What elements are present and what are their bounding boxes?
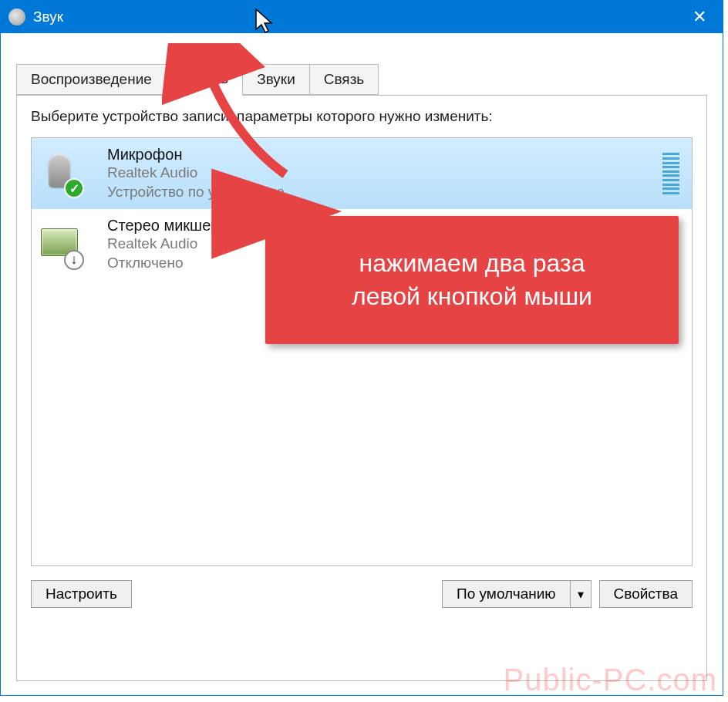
instruction-text: Выберите устройство записи, параметры ко… xyxy=(31,108,693,125)
device-icon-wrap: ✓ xyxy=(41,152,90,195)
tab-recording[interactable]: Запись xyxy=(166,63,243,96)
set-default-button[interactable]: По умолчанию xyxy=(442,580,570,608)
dialog-button-row: OK Отмена Применить xyxy=(1,695,723,702)
speaker-icon xyxy=(8,8,25,25)
set-default-dropdown[interactable]: ▾ xyxy=(570,580,592,608)
callout-line-1: нажимаем два раза xyxy=(293,247,651,280)
tab-sounds[interactable]: Звуки xyxy=(242,64,310,95)
tab-playback[interactable]: Воспроизведение xyxy=(16,64,167,95)
configure-button[interactable]: Настроить xyxy=(31,580,132,608)
level-meter xyxy=(662,151,679,196)
chevron-down-icon: ▾ xyxy=(578,587,584,602)
window-title: Звук xyxy=(33,8,63,25)
dialog-content: Воспроизведение Запись Звуки Связь Выбер… xyxy=(1,33,723,695)
device-row-microphone[interactable]: ✓ Микрофон Realtek Audio Устройство по у… xyxy=(32,138,692,209)
device-icon-wrap xyxy=(41,224,90,267)
tab-communications[interactable]: Связь xyxy=(309,64,379,95)
titlebar[interactable]: Звук ✕ xyxy=(1,1,723,33)
sound-dialog-window: Звук ✕ Воспроизведение Запись Звуки Связ… xyxy=(0,0,723,696)
panel-button-row: Настроить По умолчанию ▾ Свойства xyxy=(31,580,693,608)
close-icon: ✕ xyxy=(693,7,706,27)
device-list[interactable]: ✓ Микрофон Realtek Audio Устройство по у… xyxy=(31,137,693,566)
tab-panel-recording: Выберите устройство записи, параметры ко… xyxy=(16,95,707,681)
close-button[interactable]: ✕ xyxy=(676,1,723,33)
tabstrip: Воспроизведение Запись Звуки Связь xyxy=(16,62,707,95)
callout-line-2: левой кнопкой мыши xyxy=(293,280,651,313)
properties-button[interactable]: Свойства xyxy=(599,580,693,608)
default-badge-icon: ✓ xyxy=(64,178,84,198)
device-name: Микрофон xyxy=(107,146,662,164)
annotation-callout: нажимаем два раза левой кнопкой мыши xyxy=(265,216,679,344)
disabled-badge-icon xyxy=(64,250,84,270)
set-default-split-button[interactable]: По умолчанию ▾ xyxy=(442,580,592,608)
